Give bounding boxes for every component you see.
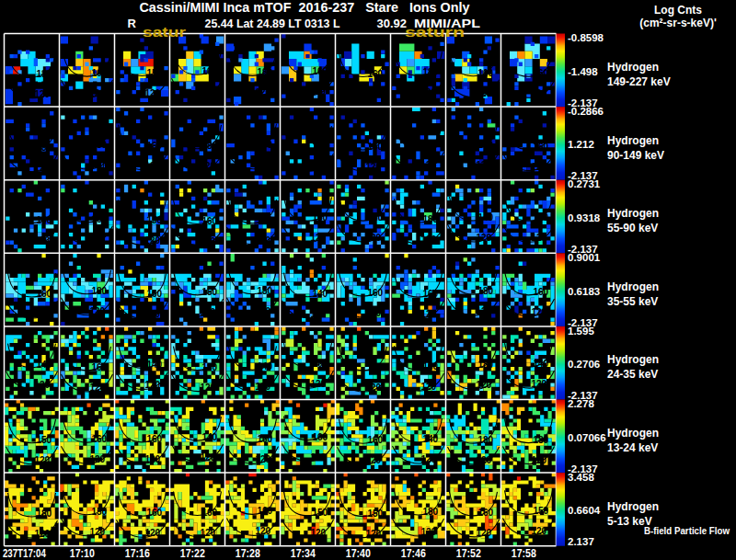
svg-text:160: 160 (202, 216, 218, 226)
svg-text:160: 160 (92, 434, 108, 444)
svg-text:2.137: 2.137 (568, 536, 594, 547)
svg-text:B-field Particle Flow: B-field Particle Flow (644, 525, 730, 536)
svg-text:160: 160 (313, 432, 328, 442)
svg-text:120: 120 (256, 160, 271, 170)
svg-text:Cassini/MIMI Inca mTOF 2016-2: Cassini/MIMI Inca mTOF 2016-237 Stare Io… (140, 0, 470, 15)
svg-text:120: 120 (421, 527, 437, 537)
svg-text:150: 150 (202, 287, 218, 297)
svg-text:120: 120 (532, 233, 547, 243)
svg-text:160: 160 (313, 212, 328, 223)
svg-text:120: 120 (366, 233, 382, 243)
svg-text:satur: satur (143, 24, 186, 40)
svg-text:120: 120 (201, 307, 216, 317)
svg-text:120: 120 (90, 88, 106, 98)
svg-text:0.6183: 0.6183 (568, 286, 600, 297)
svg-text:Hydrogen: Hydrogen (607, 61, 659, 74)
svg-text:150: 150 (258, 286, 273, 296)
svg-text:140: 140 (534, 212, 549, 223)
svg-text:90-149 keV: 90-149 keV (607, 149, 664, 162)
svg-text:120: 120 (366, 529, 382, 539)
svg-text:120: 120 (421, 454, 437, 464)
svg-text:160: 160 (92, 362, 108, 372)
svg-text:120: 120 (477, 160, 492, 170)
svg-text:Hydrogen: Hydrogen (607, 500, 659, 513)
svg-text:13-24 keV: 13-24 keV (607, 441, 658, 454)
svg-text:160: 160 (147, 508, 163, 518)
svg-text:120: 120 (421, 160, 437, 170)
svg-text:160: 160 (313, 359, 328, 369)
svg-text:(cm²-sr-s-keV)': (cm²-sr-s-keV)' (639, 17, 717, 29)
svg-text:120: 120 (532, 379, 547, 389)
svg-text:120: 120 (421, 382, 437, 392)
svg-text:160: 160 (368, 69, 384, 79)
svg-text:120: 120 (421, 87, 437, 97)
svg-text:120: 120 (477, 455, 492, 465)
svg-text:R: R (128, 17, 137, 30)
svg-text:120: 120 (366, 162, 382, 172)
svg-text:120: 120 (532, 307, 547, 317)
svg-text:140: 140 (423, 140, 439, 150)
svg-text:140: 140 (37, 215, 52, 225)
svg-text:0.9318: 0.9318 (568, 212, 601, 223)
svg-text:160: 160 (92, 214, 108, 224)
svg-text:180: 180 (478, 360, 494, 370)
svg-text:160: 160 (313, 66, 328, 76)
svg-text:120: 120 (366, 455, 382, 465)
svg-text:120: 120 (311, 309, 327, 319)
svg-text:0.2706: 0.2706 (568, 359, 600, 370)
svg-text:120: 120 (256, 306, 271, 316)
svg-text:120: 120 (145, 161, 161, 171)
svg-text:120: 120 (311, 528, 327, 538)
svg-text:120: 120 (311, 233, 327, 243)
svg-text:120: 120 (532, 162, 547, 172)
svg-text:160: 160 (368, 435, 384, 445)
svg-text:120: 120 (201, 236, 216, 246)
svg-text:180: 180 (534, 435, 549, 445)
svg-text:120: 120 (311, 162, 327, 172)
svg-text:160: 160 (258, 215, 273, 225)
svg-text:150: 150 (147, 215, 163, 225)
svg-text:180: 180 (423, 507, 439, 517)
svg-text:120: 120 (90, 160, 106, 170)
svg-text:160: 160 (147, 289, 163, 299)
svg-text:150: 150 (368, 142, 384, 152)
svg-text:120: 120 (145, 528, 161, 538)
svg-text:120: 120 (311, 86, 327, 97)
svg-text:180: 180 (92, 140, 108, 150)
svg-text:120: 120 (477, 88, 492, 98)
svg-text:120: 120 (35, 309, 51, 319)
svg-text:120: 120 (201, 452, 216, 463)
svg-text:120: 120 (256, 454, 271, 464)
svg-text:120: 120 (256, 526, 271, 536)
svg-text:2.278: 2.278 (568, 398, 594, 409)
svg-text:150: 150 (368, 362, 384, 372)
svg-text:150: 150 (534, 506, 549, 516)
svg-text:120: 120 (366, 308, 382, 318)
svg-text:120: 120 (366, 383, 382, 393)
svg-text:17:40: 17:40 (346, 546, 371, 560)
svg-text:120: 120 (145, 309, 161, 319)
svg-text:120: 120 (35, 380, 51, 390)
svg-text:120: 120 (201, 161, 216, 171)
svg-text:140: 140 (313, 289, 328, 299)
svg-text:1.212: 1.212 (568, 139, 594, 150)
svg-text:149-227 keV: 149-227 keV (607, 75, 671, 88)
svg-text:0.07066: 0.07066 (568, 432, 606, 443)
svg-text:160: 160 (37, 289, 52, 299)
svg-text:120: 120 (90, 306, 106, 316)
svg-text:150: 150 (147, 68, 163, 78)
svg-text:160: 160 (258, 434, 273, 444)
svg-text:160: 160 (534, 142, 549, 152)
svg-text:120: 120 (35, 235, 51, 246)
svg-text:140: 140 (37, 360, 52, 370)
svg-text:0.6604: 0.6604 (568, 505, 601, 516)
svg-text:180: 180 (478, 435, 494, 445)
svg-text:-0.8598: -0.8598 (568, 32, 604, 43)
svg-text:160: 160 (147, 434, 163, 444)
svg-text:1.595: 1.595 (568, 326, 594, 337)
svg-text:160: 160 (92, 68, 108, 78)
svg-text:180: 180 (313, 142, 328, 152)
svg-text:17:28: 17:28 (236, 546, 260, 560)
svg-text:160: 160 (423, 361, 439, 371)
svg-text:3.458: 3.458 (568, 472, 594, 483)
